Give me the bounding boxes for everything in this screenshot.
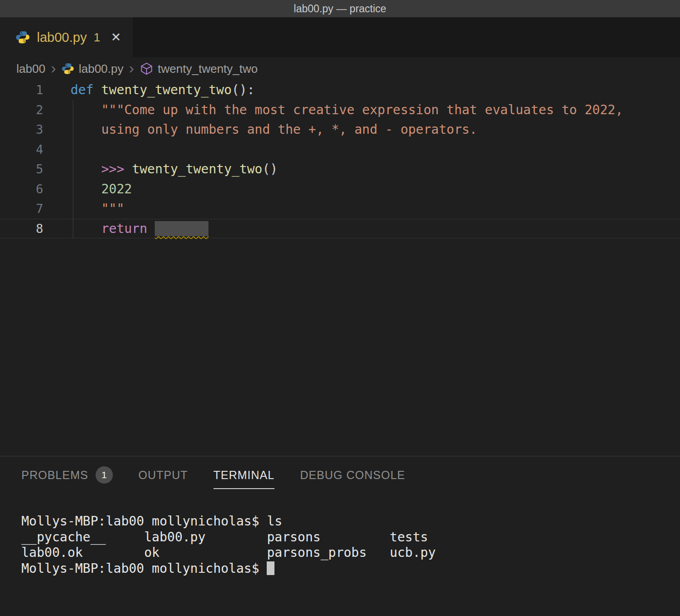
- panel-tab-debug-console[interactable]: DEBUG CONSOLE: [300, 469, 405, 489]
- breadcrumb-file-label: lab00.py: [79, 62, 123, 76]
- code-line-7[interactable]: 7 """: [0, 199, 680, 219]
- problems-count-badge: 1: [96, 466, 113, 484]
- code-text: using only numbers and the +, *, and - o…: [71, 120, 477, 140]
- code-line-2[interactable]: 2 """Come up with the most creative expr…: [0, 100, 680, 120]
- terminal-line: __pycache__ lab00.py parsons tests: [21, 530, 680, 545]
- code-text: def twenty_twenty_two():: [71, 80, 255, 100]
- code-lines: 1def twenty_twenty_two():2 """Come up wi…: [0, 80, 680, 238]
- line-number: 1: [0, 80, 43, 100]
- breadcrumb-symbol[interactable]: twenty_twenty_two: [140, 62, 258, 76]
- breadcrumb-symbol-label: twenty_twenty_two: [158, 62, 258, 76]
- line-number: 5: [0, 159, 43, 179]
- code-text: 2022: [71, 179, 132, 199]
- terminal[interactable]: Mollys-MBP:lab00 mollynicholas$ ls__pyca…: [21, 514, 680, 576]
- tab-filename: lab00.py: [37, 30, 87, 45]
- code-line-8[interactable]: 8 return: [0, 219, 680, 239]
- line-number: 8: [0, 219, 43, 239]
- breadcrumb-folder-label: lab00: [16, 62, 46, 76]
- indent-guide: [73, 100, 73, 238]
- terminal-line: Mollys-MBP:lab00 mollynicholas$ ls: [21, 514, 680, 530]
- tab-close-icon[interactable]: ✕: [111, 30, 121, 45]
- breadcrumb-folder[interactable]: lab00: [16, 62, 46, 76]
- code-text: """: [71, 199, 124, 219]
- panel-tab-terminal-label: TERMINAL: [213, 469, 274, 482]
- line-number: 3: [0, 120, 43, 140]
- line-number: 2: [0, 100, 43, 120]
- window-title: lab00.py — practice: [294, 3, 386, 15]
- code-line-3[interactable]: 3 using only numbers and the +, *, and -…: [0, 120, 680, 140]
- panel-tab-bar: PROBLEMS 1 OUTPUT TERMINAL DEBUG CONSOLE: [0, 456, 680, 491]
- panel-tab-output-label: OUTPUT: [138, 469, 188, 482]
- code-text: >>> twenty_twenty_two(): [71, 159, 278, 179]
- tab-problem-count-badge: 1: [94, 30, 100, 45]
- bottom-panel: PROBLEMS 1 OUTPUT TERMINAL DEBUG CONSOLE…: [0, 456, 680, 616]
- code-line-6[interactable]: 6 2022: [0, 179, 680, 199]
- code-text: return: [71, 219, 208, 239]
- line-number: 7: [0, 199, 43, 219]
- breadcrumb: lab00 › lab00.py › twenty_twenty_two: [0, 57, 680, 80]
- line-number: 6: [0, 179, 43, 199]
- tab-lab00py[interactable]: lab00.py 1 ✕: [0, 17, 133, 57]
- panel-tab-debug-console-label: DEBUG CONSOLE: [300, 469, 405, 482]
- code-line-1[interactable]: 1def twenty_twenty_two():: [0, 80, 680, 100]
- terminal-cursor: [267, 561, 274, 575]
- terminal-line: lab00.ok ok parsons_probs ucb.py: [21, 545, 680, 561]
- code-line-4[interactable]: 4: [0, 140, 680, 160]
- chevron-right-icon: ›: [129, 59, 134, 77]
- terminal-line: Mollys-MBP:lab00 mollynicholas$: [21, 561, 680, 577]
- vscode-window: lab00.py — practice lab00.py 1 ✕ lab00 ›: [0, 0, 680, 616]
- line-number: 4: [0, 140, 43, 160]
- panel-tab-output[interactable]: OUTPUT: [138, 469, 188, 489]
- python-icon: [61, 62, 74, 75]
- python-icon: [15, 30, 30, 45]
- code-line-5[interactable]: 5 >>> twenty_twenty_two(): [0, 159, 680, 179]
- symbol-namespace-icon: [140, 62, 153, 76]
- tab-bar: lab00.py 1 ✕: [0, 17, 680, 57]
- code-text: """Come up with the most creative expres…: [71, 100, 623, 120]
- breadcrumb-file[interactable]: lab00.py: [61, 62, 123, 76]
- panel-tab-terminal[interactable]: TERMINAL: [213, 469, 274, 489]
- titlebar: lab00.py — practice: [0, 0, 680, 17]
- panel-tab-problems[interactable]: PROBLEMS 1: [21, 466, 113, 491]
- panel-tab-problems-label: PROBLEMS: [21, 469, 88, 482]
- code-editor[interactable]: 1def twenty_twenty_two():2 """Come up wi…: [0, 80, 680, 456]
- chevron-right-icon: ›: [51, 59, 56, 77]
